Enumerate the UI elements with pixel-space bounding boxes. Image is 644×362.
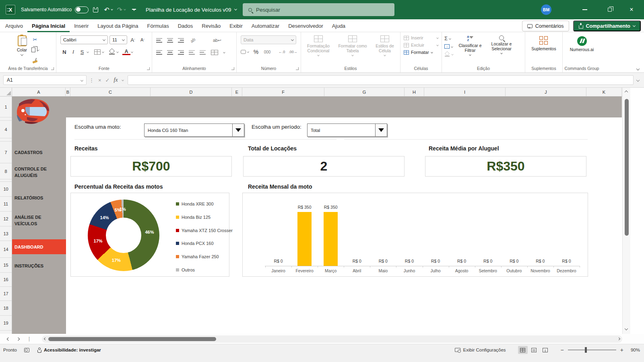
moto-filter-dropdown[interactable]: Honda CG 160 Titan <box>144 123 244 137</box>
expand-formula-bar-button[interactable] <box>636 78 640 82</box>
scroll-right-icon[interactable] <box>617 337 620 340</box>
redo-button[interactable]: ↷ <box>115 4 127 16</box>
row-header-1[interactable]: 1 <box>0 97 12 117</box>
underline-chevron-icon[interactable] <box>87 51 89 53</box>
confirm-entry-button[interactable]: ✓ <box>105 77 110 83</box>
tab-arquivo[interactable]: Arquivo <box>1 19 27 32</box>
row-header-8[interactable]: 8 <box>0 163 12 179</box>
merge-center-button[interactable] <box>211 48 219 56</box>
row-header-14[interactable]: 14 <box>0 241 12 258</box>
restore-button[interactable] <box>601 0 619 19</box>
font-name-select[interactable]: Calibri <box>60 35 108 44</box>
orientation-button[interactable]: ab <box>187 35 198 46</box>
avatar[interactable]: BM <box>541 4 551 15</box>
redo-chevron-icon[interactable] <box>124 8 126 10</box>
tab-layout-da-pagina[interactable]: Layout da Página <box>93 19 142 32</box>
row-header-17[interactable]: 17 <box>0 287 12 301</box>
next-sheet-button[interactable] <box>17 337 20 340</box>
increase-font-button[interactable]: Aˆ <box>129 36 137 44</box>
tab-exibir[interactable]: Exibir <box>225 19 247 32</box>
row-header-18[interactable]: 18 <box>0 301 12 316</box>
cut-button[interactable]: ✂ <box>31 36 39 43</box>
formula-input[interactable] <box>128 75 634 85</box>
moto-filter-dropdown-button[interactable] <box>232 124 244 136</box>
collapse-ribbon-button[interactable] <box>636 67 640 70</box>
find-select-button[interactable]: Localizar e Selecionar <box>487 35 516 63</box>
align-bottom-button[interactable] <box>178 38 184 43</box>
alignment-dialog-launcher[interactable] <box>231 67 234 70</box>
decrease-decimal-button[interactable]: .00→ <box>289 48 297 56</box>
font-dialog-launcher[interactable] <box>147 67 150 70</box>
fill-color-button[interactable] <box>108 48 116 56</box>
search-input[interactable] <box>256 7 369 13</box>
column-header-H[interactable]: H <box>405 88 424 96</box>
column-header-A[interactable]: A <box>12 88 66 96</box>
tab-automatizar[interactable]: Automatizar <box>247 19 284 32</box>
undo-button[interactable]: ↶ <box>102 4 114 16</box>
zoom-slider[interactable] <box>568 350 616 350</box>
column-header-F[interactable]: F <box>242 88 324 96</box>
font-size-select[interactable]: 11 <box>109 35 127 44</box>
comma-style-button[interactable]: 000 <box>263 48 271 56</box>
scroll-left-icon[interactable] <box>44 337 47 340</box>
horizontal-scroll-thumb[interactable] <box>48 337 216 341</box>
borders-button[interactable] <box>93 48 101 56</box>
column-header-E[interactable]: E <box>232 88 242 96</box>
cell-styles-button[interactable]: Estilos de Célula <box>372 35 398 64</box>
zoom-out-button[interactable]: − <box>561 347 564 353</box>
paste-button[interactable]: Colar <box>17 35 27 64</box>
font-color-chevron-icon[interactable] <box>131 51 133 53</box>
copy-button[interactable] <box>31 47 39 53</box>
column-header-C[interactable]: C <box>70 88 151 96</box>
number-dialog-launcher[interactable] <box>296 67 299 70</box>
percent-style-button[interactable]: % <box>252 48 260 56</box>
cancel-entry-button[interactable]: × <box>98 77 101 83</box>
column-header-B[interactable]: B <box>66 88 70 96</box>
italic-button[interactable]: I <box>69 48 77 56</box>
underline-button[interactable]: S <box>78 48 86 56</box>
fill-color-chevron-icon[interactable] <box>116 51 119 53</box>
format-as-table-button[interactable]: Formatar como Tabela <box>337 35 368 64</box>
row-header-19[interactable]: 19 <box>0 316 12 331</box>
sidebar-item-relatorios[interactable]: RELATÓRIOS <box>14 195 55 201</box>
column-header-K[interactable]: K <box>586 88 622 96</box>
merge-chevron-icon[interactable] <box>223 51 225 53</box>
row-header-13[interactable]: 13 <box>0 226 12 241</box>
conditional-formatting-button[interactable]: Formatação Condicional <box>303 35 334 64</box>
row-header-16[interactable]: 16 <box>0 273 12 287</box>
accessibility-status[interactable]: Acessibilidade: investigar <box>37 348 101 353</box>
row-header-12[interactable]: 12 <box>0 212 12 226</box>
page-layout-view-button[interactable] <box>529 346 539 354</box>
tab-dados[interactable]: Dados <box>173 19 198 32</box>
align-middle-button[interactable] <box>167 38 173 43</box>
bold-button[interactable]: N <box>60 48 68 56</box>
column-header-I[interactable]: I <box>424 88 506 96</box>
increase-indent-button[interactable] <box>200 50 206 55</box>
format-painter-button[interactable] <box>31 57 39 64</box>
accounting-format-button[interactable] <box>241 48 249 56</box>
column-header-J[interactable]: J <box>506 88 586 96</box>
row-header-11[interactable]: 11 <box>0 197 12 212</box>
horizontal-scrollbar[interactable] <box>42 335 622 343</box>
number-format-select[interactable]: Data <box>241 35 296 44</box>
tab-ajuda[interactable]: Ajuda <box>328 19 350 32</box>
display-settings-button[interactable]: Exibir Configurações <box>455 348 506 352</box>
increase-decimal-button[interactable]: ←.0 <box>278 48 286 56</box>
share-button[interactable]: Compartilhamento <box>573 21 641 31</box>
document-title[interactable]: Planilha de Locação de Veículos v09 <box>146 7 237 13</box>
sidebar-item-instrucoes[interactable]: INSTRUÇÕES <box>14 263 55 269</box>
row-header-10[interactable]: 10 <box>0 182 12 197</box>
column-header-G[interactable]: G <box>324 88 405 96</box>
period-filter-dropdown-button[interactable] <box>375 124 387 136</box>
align-center-button[interactable] <box>167 50 173 55</box>
row-header-hidden[interactable] <box>0 138 12 142</box>
wrap-text-button[interactable]: ab↩ <box>213 36 221 44</box>
excel-app-icon[interactable]: X <box>6 5 15 14</box>
decrease-indent-button[interactable] <box>189 50 195 55</box>
close-button[interactable]: × <box>622 0 641 19</box>
align-right-button[interactable] <box>178 50 184 55</box>
page-break-view-button[interactable] <box>541 346 550 354</box>
delete-cells-button[interactable]: Excluir <box>404 43 438 47</box>
select-all-button[interactable] <box>0 88 12 96</box>
autosum-button[interactable]: Σ <box>444 35 453 41</box>
